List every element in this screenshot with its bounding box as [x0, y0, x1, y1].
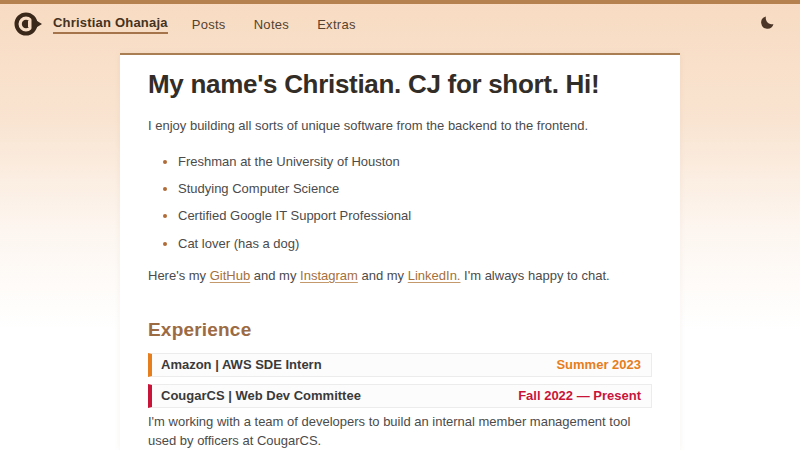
nav-item-notes[interactable]: Notes	[254, 17, 289, 32]
theme-toggle-button[interactable]	[755, 10, 780, 38]
facts-list: Freshman at the University of Houston St…	[148, 153, 652, 253]
content-card: My name's Christian. CJ for short. Hi! I…	[120, 53, 680, 450]
brand-home-link[interactable]: Christian Ohanaja	[14, 11, 168, 37]
site-header: Christian Ohanaja Posts Notes Extras	[0, 4, 800, 44]
linkedin-link[interactable]: LinkedIn.	[408, 268, 461, 283]
experience-period: Fall 2022 — Present	[518, 388, 641, 403]
social-links-line: Here's my GitHub and my Instagram and my…	[148, 268, 652, 283]
experience-title: CougarCS | Web Dev Committee	[161, 388, 361, 403]
list-item: Freshman at the University of Houston	[178, 153, 652, 171]
list-item: Cat lover (has a dog)	[178, 235, 652, 253]
experience-heading: Experience	[148, 319, 652, 341]
experience-period: Summer 2023	[556, 357, 641, 372]
experience-row-amazon: Amazon | AWS SDE Intern Summer 2023	[148, 353, 652, 377]
nav-item-posts[interactable]: Posts	[192, 17, 226, 32]
links-text: and my	[358, 268, 408, 283]
intro-text: I enjoy building all sorts of unique sof…	[148, 117, 652, 135]
moon-icon	[759, 14, 776, 31]
links-text: Here's my	[148, 268, 210, 283]
c-arrow-logo-icon	[14, 11, 44, 37]
github-link[interactable]: GitHub	[210, 268, 250, 283]
experience-description: I'm working with a team of developers to…	[148, 412, 652, 450]
main-nav: Posts Notes Extras	[192, 17, 356, 32]
list-item: Certified Google IT Support Professional	[178, 207, 652, 225]
experience-title: Amazon | AWS SDE Intern	[161, 357, 322, 372]
page-title: My name's Christian. CJ for short. Hi!	[148, 70, 652, 100]
experience-row-cougarcs: CougarCS | Web Dev Committee Fall 2022 —…	[148, 384, 652, 408]
list-item: Studying Computer Science	[178, 180, 652, 198]
links-text: and my	[250, 268, 300, 283]
links-text: I'm always happy to chat.	[460, 268, 609, 283]
brand-name: Christian Ohanaja	[53, 15, 168, 34]
instagram-link[interactable]: Instagram	[300, 268, 358, 283]
nav-item-extras[interactable]: Extras	[317, 17, 356, 32]
